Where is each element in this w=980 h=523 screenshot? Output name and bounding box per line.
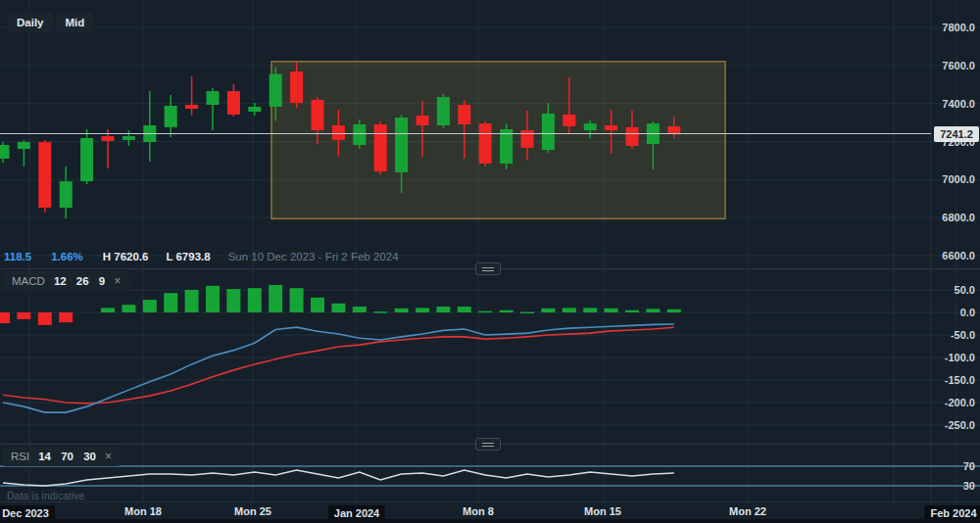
price-axis-label: 6600.0 xyxy=(942,250,975,262)
macd-histogram-bar xyxy=(541,309,555,312)
candle-body xyxy=(584,123,597,130)
period-low: L 6793.8 xyxy=(166,251,210,262)
macd-histogram-bar xyxy=(248,288,262,312)
macd-pane-resize-handle[interactable] xyxy=(475,262,501,275)
date-range: Sun 10 Dec 2023 - Fri 2 Feb 2024 xyxy=(228,251,399,262)
candle-body xyxy=(248,107,261,112)
timeframe-button-mid[interactable]: Mid xyxy=(57,13,94,32)
macd-label: MACD xyxy=(12,275,45,287)
price-change: 118.5 xyxy=(4,251,31,262)
macd-indicator-chip: MACD 12 26 9 × xyxy=(3,271,129,291)
candle-body xyxy=(290,71,303,103)
candle-body xyxy=(185,105,198,109)
rsi-axis-label: 30 xyxy=(963,480,975,492)
candle-body xyxy=(353,124,366,145)
macd-histogram-bar xyxy=(583,308,597,312)
rsi-line xyxy=(3,470,674,486)
rsi-indicator-chip: RSI 14 70 30 × xyxy=(2,447,121,466)
current-price-badge: 7241.2 xyxy=(934,126,979,142)
macd-axis-label: -200.0 xyxy=(945,397,975,408)
macd-histogram-bar xyxy=(563,308,576,312)
candle-body xyxy=(60,181,73,208)
macd-histogram-bar xyxy=(373,311,387,313)
candle-body xyxy=(605,125,617,130)
macd-histogram-bar xyxy=(185,290,199,312)
candle-body xyxy=(479,123,492,164)
x-axis-label: Mon 18 xyxy=(124,505,162,517)
macd-histogram-bar xyxy=(226,289,240,312)
candle-body xyxy=(270,74,282,107)
x-axis-label: Mon 22 xyxy=(729,505,766,517)
macd-line xyxy=(3,324,674,412)
macd-histogram-bar xyxy=(17,312,30,319)
macd-axis-label: -150.0 xyxy=(945,374,975,386)
macd-histogram-bar xyxy=(331,304,345,312)
period-high: H 7620.6 xyxy=(103,251,149,262)
macd-histogram-bar xyxy=(436,307,450,312)
macd-histogram-bar xyxy=(520,312,534,314)
macd-histogram-bar xyxy=(59,312,73,322)
macd-params: 12 26 9 xyxy=(54,275,105,287)
macd-histogram-bar xyxy=(500,310,514,312)
data-indicative-footnote: Data is indicative xyxy=(7,490,84,501)
macd-histogram-bar xyxy=(290,288,304,312)
rsi-params: 14 70 30 xyxy=(38,451,96,462)
rsi-axis-label: 70 xyxy=(963,460,975,472)
candle-body xyxy=(0,145,10,159)
candle-body xyxy=(563,115,575,126)
instrument-info-bar: 118.5 1.66% H 7620.6 L 6793.8 Sun 10 Dec… xyxy=(4,251,399,262)
price-axis-label: 6800.0 xyxy=(942,212,975,223)
candle-body xyxy=(667,126,680,134)
candle-body xyxy=(102,136,115,141)
macd-histogram-bar xyxy=(416,308,429,312)
bottom-scroll-strip[interactable] xyxy=(0,519,980,523)
candle-body xyxy=(312,100,324,130)
rsi-pane-resize-handle[interactable] xyxy=(475,438,501,451)
candle-body xyxy=(626,127,639,146)
candle-body xyxy=(458,105,470,124)
candle-body xyxy=(395,118,408,172)
macd-axis-label: 50.0 xyxy=(955,284,975,296)
macd-histogram-bar xyxy=(311,298,324,312)
macd-histogram-bar xyxy=(353,307,367,312)
macd-axis-label: 0.0 xyxy=(960,307,975,318)
macd-histogram-bar xyxy=(164,293,177,312)
macd-histogram-bar xyxy=(101,308,115,312)
candle-body xyxy=(542,114,555,150)
x-axis-label: Mon 15 xyxy=(584,505,621,517)
macd-axis-label: -100.0 xyxy=(945,352,975,363)
timeframe-button-daily[interactable]: Daily xyxy=(8,13,53,32)
macd-histogram-bar xyxy=(395,309,409,312)
macd-axis-label: -250.0 xyxy=(945,419,975,431)
macd-histogram-bar xyxy=(667,309,681,312)
candle-body xyxy=(227,91,240,115)
candle-body xyxy=(437,97,450,125)
candle-body xyxy=(416,116,429,125)
candle-body xyxy=(165,106,177,127)
macd-signal-line xyxy=(3,327,674,404)
time-axis-border xyxy=(0,501,980,502)
price-axis-label: 7400.0 xyxy=(942,98,975,110)
price-change-percent: 1.66% xyxy=(51,251,83,262)
price-axis-label: 7000.0 xyxy=(942,173,975,185)
macd-histogram-bar xyxy=(0,312,10,323)
candle-body xyxy=(122,136,135,140)
candle-body xyxy=(374,124,387,171)
rsi-label: RSI xyxy=(11,451,29,462)
macd-histogram-bar xyxy=(122,305,135,312)
candle-body xyxy=(38,142,51,208)
macd-histogram-bar xyxy=(605,309,618,312)
x-axis-label: Mon 8 xyxy=(463,505,494,517)
macd-histogram-bar xyxy=(625,310,639,312)
candle-body xyxy=(332,125,345,140)
candle-body xyxy=(521,130,534,148)
candle-body xyxy=(18,142,30,149)
close-icon[interactable]: × xyxy=(105,450,112,463)
macd-histogram-bar xyxy=(206,286,220,312)
trading-chart-app: Daily Mid 118.5 1.66% H 7620.6 L 6793.8 … xyxy=(0,0,980,523)
candle-body xyxy=(500,129,513,164)
macd-histogram-bar xyxy=(269,285,282,312)
candle-body xyxy=(80,138,93,181)
close-icon[interactable]: × xyxy=(114,274,121,288)
price-axis-label: 7800.0 xyxy=(942,22,975,33)
